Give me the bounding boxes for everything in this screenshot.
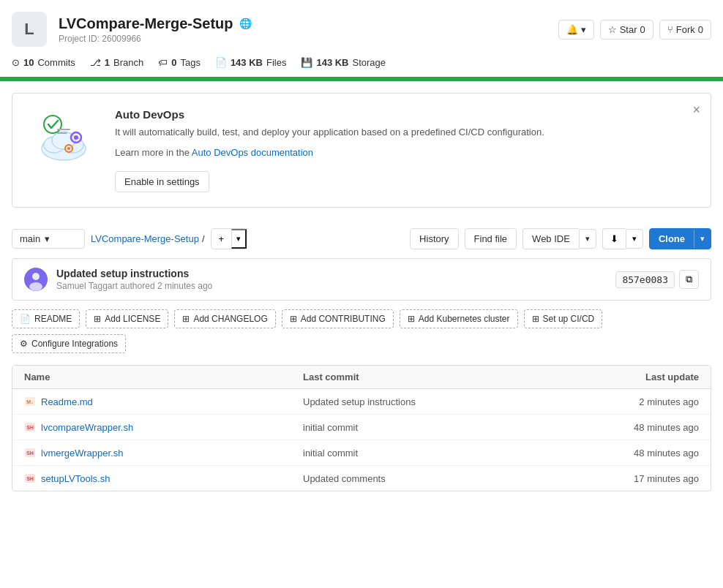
readme-icon: 📄 xyxy=(20,314,31,324)
bell-icon: 🔔 xyxy=(566,24,578,35)
table-row: M↓ Readme.md Updated setup instructions … xyxy=(12,389,711,415)
file-commit-message: Updated setup instructions xyxy=(303,396,582,407)
branches-stat[interactable]: ⎇ 1 Branch xyxy=(90,57,143,68)
storage-stat[interactable]: 💾 143 KB Storage xyxy=(301,57,386,68)
web-ide-main[interactable]: Web IDE xyxy=(522,228,579,249)
files-stat[interactable]: 📄 143 KB Files xyxy=(215,57,287,68)
banner-close-button[interactable]: × xyxy=(692,102,700,118)
commit-author-avatar xyxy=(24,268,48,291)
download-button[interactable]: ⬇ ▾ xyxy=(602,228,643,249)
configure-integrations-button[interactable]: ⚙ Configure Integrations xyxy=(12,334,126,353)
svg-text:SH: SH xyxy=(26,476,34,481)
svg-point-13 xyxy=(29,282,42,291)
download-main[interactable]: ⬇ xyxy=(602,228,626,249)
file-name-link[interactable]: SH lvmergeWrapper.sh xyxy=(24,447,303,459)
quick-actions: 📄 README ⊞ Add LICENSE ⊞ Add CHANGELOG ⊞… xyxy=(0,309,723,365)
cicd-icon: ⊞ xyxy=(532,314,539,324)
commit-info: Updated setup instructions Samuel Taggar… xyxy=(56,268,607,291)
commit-icon: ⊙ xyxy=(12,57,20,68)
add-kubernetes-button[interactable]: ⊞ Add Kubernetes cluster xyxy=(400,309,518,328)
add-changelog-button[interactable]: ⊞ Add CHANGELOG xyxy=(174,309,275,328)
breadcrumb-repo-link[interactable]: LVCompare-Merge-Setup xyxy=(91,233,199,244)
header-actions: 🔔 ▾ ☆ Star 0 ⑂ Fork 0 xyxy=(558,20,711,39)
commit-authored-time: authored 2 minutes ago xyxy=(120,281,212,291)
license-icon: ⊞ xyxy=(94,314,101,324)
project-avatar: L xyxy=(12,12,47,47)
shell-icon: SH xyxy=(24,447,36,459)
progress-bar xyxy=(0,77,723,81)
col-update-header: Last update xyxy=(582,372,699,382)
branch-selector[interactable]: main ▾ xyxy=(12,229,85,249)
copy-icon: ⧉ xyxy=(686,274,692,284)
banner-title: Auto DevOps xyxy=(115,108,544,121)
notification-button[interactable]: 🔔 ▾ xyxy=(558,20,594,39)
setup-cicd-button[interactable]: ⊞ Set up CI/CD xyxy=(524,309,603,328)
readme-button[interactable]: 📄 README xyxy=(12,309,80,328)
auto-devops-docs-link[interactable]: Auto DevOps documentation xyxy=(192,147,313,158)
changelog-icon: ⊞ xyxy=(182,314,190,324)
file-last-update: 48 minutes ago xyxy=(582,422,699,433)
banner-illustration xyxy=(27,108,100,167)
file-commit-message: initial commit xyxy=(303,448,582,459)
chevron-down-icon: ▾ xyxy=(581,24,586,35)
add-file-button[interactable]: + ▾ xyxy=(211,228,248,249)
fork-count: 0 xyxy=(698,24,703,35)
svg-point-8 xyxy=(67,147,70,150)
star-button[interactable]: ☆ Star 0 xyxy=(600,20,653,39)
clone-main[interactable]: Clone xyxy=(650,229,694,249)
find-file-button[interactable]: Find file xyxy=(465,228,517,249)
project-title-wrap: LVCompare-Merge-Setup 🌐 Project ID: 2600… xyxy=(59,15,547,44)
history-button[interactable]: History xyxy=(410,228,458,249)
svg-rect-9 xyxy=(57,129,70,130)
col-commit-header: Last commit xyxy=(303,372,582,382)
table-row: SH setupLVTools.sh Updated comments 17 m… xyxy=(12,466,711,491)
add-plus-main[interactable]: + xyxy=(211,230,232,248)
add-plus-caret[interactable]: ▾ xyxy=(231,229,247,249)
svg-rect-10 xyxy=(57,132,67,134)
file-name-link[interactable]: M↓ Readme.md xyxy=(24,396,303,407)
shell-icon: SH xyxy=(24,421,36,433)
add-contributing-button[interactable]: ⊞ Add CONTRIBUTING xyxy=(282,309,394,328)
branch-icon: ⎇ xyxy=(90,57,101,68)
repo-toolbar: main ▾ LVCompare-Merge-Setup / + ▾ Histo… xyxy=(0,219,723,258)
storage-icon: 💾 xyxy=(301,57,312,68)
svg-text:M↓: M↓ xyxy=(26,399,33,404)
commit-message: Updated setup instructions xyxy=(56,268,607,279)
enable-in-settings-button[interactable]: Enable in settings xyxy=(115,171,209,192)
file-last-update: 48 minutes ago xyxy=(582,448,699,459)
avatar-svg xyxy=(24,268,48,291)
svg-point-12 xyxy=(32,273,40,280)
file-name-link[interactable]: SH setupLVTools.sh xyxy=(24,472,303,484)
commit-author: Samuel Taggart xyxy=(56,281,118,291)
file-commit-message: Updated comments xyxy=(303,473,582,484)
shell-icon: SH xyxy=(24,472,36,484)
copy-commit-sha-button[interactable]: ⧉ xyxy=(679,270,699,289)
star-count: 0 xyxy=(640,24,645,35)
file-last-update: 17 minutes ago xyxy=(582,473,699,484)
project-header: L LVCompare-Merge-Setup 🌐 Project ID: 26… xyxy=(0,0,723,53)
file-name-link[interactable]: SH lvcompareWrapper.sh xyxy=(24,421,303,433)
clone-button[interactable]: Clone ▾ xyxy=(649,228,711,249)
web-ide-caret[interactable]: ▾ xyxy=(579,229,596,249)
project-name-row: LVCompare-Merge-Setup 🌐 xyxy=(59,15,547,32)
branch-name: main xyxy=(20,233,40,244)
svg-point-4 xyxy=(44,116,61,133)
tags-stat[interactable]: 🏷 0 Tags xyxy=(158,57,201,68)
add-license-button[interactable]: ⊞ Add LICENSE xyxy=(86,309,168,328)
svg-text:SH: SH xyxy=(26,425,34,430)
file-table: Name Last commit Last update M↓ Readme.m… xyxy=(12,365,711,491)
integrations-icon: ⚙ xyxy=(20,339,28,349)
chevron-down-icon: ▾ xyxy=(45,233,50,244)
clone-caret[interactable]: ▾ xyxy=(694,230,711,248)
project-name: LVCompare-Merge-Setup xyxy=(59,15,233,32)
banner-description: It will automatically build, test, and d… xyxy=(115,125,544,140)
commits-stat[interactable]: ⊙ 10 Commits xyxy=(12,57,75,68)
fork-button[interactable]: ⑂ Fork 0 xyxy=(659,20,711,39)
last-commit-bar: Updated setup instructions Samuel Taggar… xyxy=(12,258,711,301)
col-name-header: Name xyxy=(24,372,303,382)
web-ide-button[interactable]: Web IDE ▾ xyxy=(522,228,596,249)
download-icon: ⬇ xyxy=(610,233,618,244)
project-id: Project ID: 26009966 xyxy=(59,34,547,44)
download-caret[interactable]: ▾ xyxy=(626,229,643,249)
star-icon: ☆ xyxy=(608,24,617,35)
